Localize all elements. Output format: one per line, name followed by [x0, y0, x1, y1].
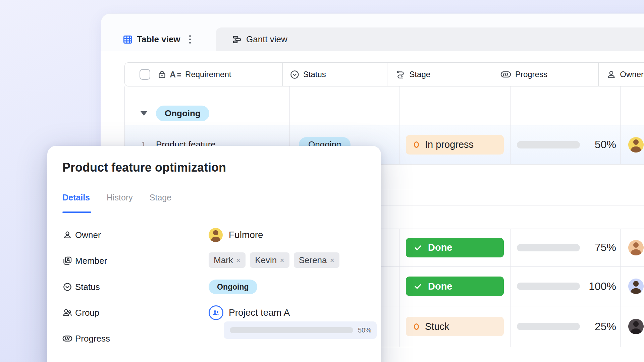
tab-history[interactable]: History — [107, 193, 133, 202]
stage-label: Done — [428, 242, 452, 253]
status-circle-chevron-icon — [62, 283, 72, 291]
tab-menu-dots-icon[interactable] — [189, 35, 191, 44]
cell-owner[interactable] — [620, 306, 644, 347]
avatar — [628, 279, 644, 294]
column-header-progress[interactable]: Progress — [494, 63, 599, 86]
column-label: Requirement — [185, 70, 231, 79]
column-label: Owner — [620, 70, 644, 79]
remove-member-icon[interactable]: × — [236, 253, 240, 268]
status-pill: Ongoing — [209, 280, 257, 294]
avatar — [628, 137, 644, 153]
select-all-checkbox[interactable] — [140, 69, 150, 80]
group-badge[interactable]: Ongoing — [156, 106, 209, 121]
person-icon — [62, 231, 72, 239]
team-icon — [209, 305, 223, 320]
progress-pill-icon — [500, 70, 511, 78]
field-status-label: Status — [62, 279, 100, 295]
people-group-icon — [62, 308, 72, 317]
field-member-value: Mark × Kevin × Serena × — [209, 252, 344, 268]
field-owner-value[interactable]: Fulmore — [209, 227, 263, 243]
record-title: Product feature optimization — [62, 161, 226, 175]
progress-pill-icon — [62, 335, 72, 343]
progress-track — [517, 323, 580, 330]
lock-icon — [158, 70, 166, 79]
tab-table-view[interactable]: Table view — [112, 27, 216, 51]
column-header-status[interactable]: Status — [283, 63, 388, 86]
progress-track — [517, 141, 580, 148]
cell-progress[interactable]: 75% — [511, 229, 620, 266]
stage-ring-icon — [414, 141, 419, 148]
cell-progress[interactable]: 50% — [511, 125, 620, 164]
progress-percent: 50% — [358, 326, 371, 334]
field-label: Member — [75, 256, 107, 266]
progress-percent: 100% — [580, 280, 620, 293]
stage-label: In progress — [425, 139, 474, 150]
field-status-value[interactable]: Ongoing — [209, 279, 257, 295]
gantt-icon — [232, 35, 242, 44]
progress-percent: 50% — [580, 138, 620, 151]
field-group-value[interactable]: Project team A — [209, 304, 290, 321]
tab-details[interactable]: Details — [62, 193, 90, 202]
tab-stage[interactable]: Stage — [150, 193, 171, 202]
stage-chip: Stuck — [406, 317, 504, 336]
remove-member-icon[interactable]: × — [330, 253, 334, 268]
members-badges-icon — [62, 256, 72, 265]
cell-owner[interactable] — [620, 229, 644, 266]
text-field-icon: A — [170, 70, 181, 79]
column-header-owner[interactable]: Owner — [599, 63, 644, 86]
screenshot-root: Table view Gantt view A Requirement — [0, 0, 644, 362]
group-name: Project team A — [229, 307, 290, 318]
field-label: Owner — [75, 230, 101, 240]
owner-name: Fulmore — [229, 230, 263, 240]
member-chip[interactable]: Kevin × — [250, 252, 289, 268]
stage-label: Stuck — [425, 321, 449, 332]
field-label: Group — [75, 308, 99, 318]
column-header-requirement[interactable]: A Requirement — [125, 63, 283, 86]
tab-gantt-view-label: Gantt view — [246, 34, 287, 45]
stage-ring-icon — [414, 323, 419, 330]
field-progress-label: Progress 50% — [62, 330, 110, 347]
tab-table-view-label: Table view — [137, 34, 180, 45]
field-member-label: Member — [62, 252, 107, 269]
collapse-caret-icon[interactable] — [141, 111, 147, 116]
group-row-ongoing: Ongoing — [124, 102, 644, 125]
cell-stage[interactable]: In progress — [399, 125, 511, 164]
table-grid-icon — [123, 35, 132, 44]
cell-owner[interactable] — [620, 125, 644, 164]
column-header-stage[interactable]: Stage — [387, 63, 494, 86]
field-label: Status — [75, 282, 100, 292]
cell-stage[interactable]: Done — [399, 229, 511, 266]
field-progress-value[interactable]: 50% — [224, 321, 377, 339]
progress-track — [517, 244, 580, 251]
member-name: Kevin — [255, 252, 277, 268]
field-group-label: Group — [62, 304, 99, 321]
member-name: Mark — [214, 252, 233, 268]
cell-stage[interactable]: Done — [399, 266, 511, 306]
active-tab-underline — [62, 212, 91, 213]
cell-owner[interactable] — [620, 266, 644, 306]
remove-member-icon[interactable]: × — [280, 253, 284, 268]
column-label: Progress — [515, 70, 547, 79]
column-label: Stage — [409, 70, 430, 79]
check-icon — [414, 282, 422, 290]
field-owner-label: Owner — [62, 227, 101, 243]
stage-chip: In progress — [406, 135, 504, 155]
table-header-row: A Requirement Status Stage Progress Ow — [124, 62, 644, 86]
cell-stage[interactable]: Stuck — [399, 306, 511, 347]
avatar — [209, 228, 223, 242]
check-icon — [414, 244, 422, 252]
column-label: Status — [303, 70, 326, 79]
cell-progress[interactable]: 100% — [511, 266, 620, 306]
member-chip[interactable]: Serena × — [294, 252, 339, 268]
person-icon — [607, 70, 616, 79]
modal-tabs: Details History Stage — [62, 193, 171, 202]
member-chip[interactable]: Mark × — [209, 252, 246, 268]
avatar — [628, 319, 644, 334]
status-circle-chevron-icon — [290, 70, 299, 79]
cell-progress[interactable]: 25% — [511, 306, 620, 347]
field-label: Progress — [75, 334, 110, 344]
member-name: Serena — [299, 252, 327, 268]
record-detail-modal: Product feature optimization Details His… — [47, 146, 381, 362]
stage-route-icon — [396, 70, 405, 79]
tab-gantt-view[interactable]: Gantt view — [232, 27, 287, 51]
